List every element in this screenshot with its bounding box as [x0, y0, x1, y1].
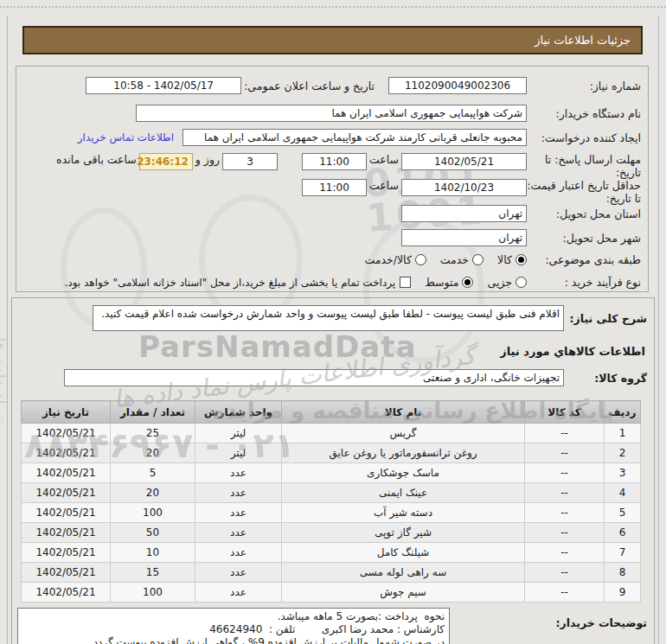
- table-cell: --: [525, 503, 605, 523]
- col-row-number: ردیف: [605, 401, 641, 424]
- table-cell: سیم جوش: [282, 583, 525, 603]
- validity-hour-label: ساعت: [369, 179, 399, 192]
- buyer-notes-label: توضیحات خریدار:: [552, 608, 647, 629]
- radio-medium-label: متوسط: [425, 276, 458, 289]
- table-cell: 1402/05/21: [22, 563, 111, 583]
- table-cell: 1: [605, 424, 641, 443]
- col-count-unit: واحد شمارش: [195, 401, 282, 424]
- table-cell: 9: [605, 583, 641, 603]
- col-goods-code: کد کالا: [525, 401, 605, 424]
- table-cell: لیتر: [195, 443, 282, 463]
- table-cell: 2: [605, 443, 641, 463]
- deadline-hour-label: ساعت: [369, 153, 399, 166]
- deadline-time-input[interactable]: 11:00: [302, 153, 367, 170]
- goods-table-header: ردیف کد کالا نام کالا واحد شمارش تعداد /…: [22, 401, 641, 424]
- row-need-description: شرح کلی نیاز: اقلام فنی طبق لیست پیوست -…: [17, 305, 647, 331]
- row-buyer-notes: توضیحات خریدار: نحوه پرداخت :بصورت 5 ماه…: [17, 608, 647, 644]
- row-delivery-province: استان محل تحویل: تهران: [22, 205, 641, 222]
- request-creator-input[interactable]: محبوبه جانعلی قربانی کارمند شرکت هواپیما…: [183, 129, 527, 146]
- buyer-org-input[interactable]: شرکت هواپیمایی جمهوری اسلامی ایران هما: [136, 105, 527, 122]
- days-and-label: روز و: [195, 153, 220, 166]
- radio-goods[interactable]: [516, 254, 527, 265]
- table-cell: 15: [111, 563, 195, 583]
- need-number-label: شماره نیاز:: [527, 80, 641, 92]
- goods-group-label: گروه کالا:: [564, 372, 647, 385]
- table-cell: --: [525, 483, 605, 503]
- row-delivery-city: شهر محل تحویل: تهران: [22, 229, 641, 246]
- deadline-date-input[interactable]: 1402/05/21: [401, 153, 527, 170]
- table-cell: --: [525, 424, 605, 443]
- table-cell: عدد: [195, 563, 282, 583]
- table-cell: 100: [111, 503, 195, 523]
- need-description-textarea[interactable]: اقلام فنی طبق لیست پیوست - لطفا طبق لیست…: [93, 305, 564, 331]
- goods-group-input[interactable]: تجهیزات خانگی، اداری و صنعتی: [64, 369, 564, 386]
- table-cell: 10: [111, 543, 195, 563]
- notes-line: نحوه پرداخت :بصورت 5 ماهه میباشد.: [22, 610, 445, 623]
- table-cell: عینک ایمنی: [282, 483, 525, 503]
- table-cell: شیر گاز توپی: [282, 523, 525, 543]
- buyer-org-label: نام دستگاه خریدار:: [527, 107, 641, 120]
- table-cell: 1402/05/21: [22, 543, 111, 563]
- goods-info-groupbox: شرح کلی نیاز: اقلام فنی طبق لیست پیوست -…: [11, 297, 655, 644]
- watermark-vertical: نماد داده ها: [0, 337, 10, 419]
- table-cell: --: [525, 443, 605, 463]
- table-cell: 1402/05/21: [22, 463, 111, 483]
- table-cell: عدد: [195, 543, 282, 563]
- row-price-validity: حداقل تاریخ اعتبار قیمت: تا تاریخ: 1402/…: [22, 179, 641, 205]
- need-details-groupbox: شماره نیاز: 1102090049002306 تاریخ و ساع…: [16, 66, 649, 292]
- days-remaining-input[interactable]: 3: [222, 153, 278, 170]
- validity-date-input[interactable]: 1402/10/23: [401, 179, 527, 196]
- col-need-date: تاریخ نیاز: [22, 401, 111, 424]
- table-cell: عدد: [195, 483, 282, 503]
- table-cell: --: [525, 543, 605, 563]
- purchase-process-label: نوع فرآیند خرید :: [527, 276, 641, 289]
- top-dotted-divider: [0, 6, 666, 8]
- announce-label: تاریخ و ساعت اعلان عمومی:: [244, 80, 375, 92]
- table-cell: 1402/05/21: [22, 443, 111, 463]
- table-cell: 1402/05/21: [22, 483, 111, 503]
- radio-partial[interactable]: [516, 277, 527, 288]
- countdown-timer: 23:46:12: [139, 153, 193, 170]
- announce-datetime-input[interactable]: 1402/05/17 - 10:58: [86, 77, 241, 94]
- table-cell: --: [525, 463, 605, 483]
- need-description-label: شرح کلی نیاز:: [564, 305, 647, 325]
- radio-goods-label: کالا: [497, 253, 512, 266]
- table-cell: 20: [111, 443, 195, 463]
- table-cell: گریس: [282, 424, 525, 443]
- need-number-input[interactable]: 1102090049002306: [388, 77, 527, 94]
- radio-goods-service-label: کالا/خدمت: [364, 253, 411, 266]
- col-goods-name: نام کالا: [282, 401, 525, 424]
- goods-info-heading: اطلاعات کالاهاي مورد نیاز: [500, 345, 645, 358]
- table-cell: --: [525, 563, 605, 583]
- radio-medium[interactable]: [462, 277, 473, 288]
- table-row: 6--شیر گاز توپیعدد501402/05/21: [22, 523, 641, 543]
- table-row: 9--سیم جوشعدد1001402/05/21: [22, 583, 641, 603]
- validity-time-input[interactable]: 11:00: [302, 179, 367, 196]
- table-cell: --: [525, 523, 605, 543]
- table-row: 5--دسته شیر آبعدد1001402/05/21: [22, 503, 641, 523]
- table-row: 1--گریسلیتر251402/05/21: [22, 424, 641, 443]
- table-cell: 1402/05/21: [22, 424, 111, 443]
- row-buyer-org: نام دستگاه خریدار: شرکت هواپیمایی جمهوری…: [22, 105, 641, 122]
- delivery-province-label: استان محل تحویل:: [527, 207, 641, 220]
- price-validity-label: حداقل تاریخ اعتبار قیمت: تا تاریخ:: [527, 179, 641, 205]
- buyer-notes-textarea[interactable]: نحوه پرداخت :بصورت 5 ماهه میباشد. کارشنا…: [17, 608, 450, 644]
- delivery-city-input[interactable]: تهران: [401, 229, 527, 246]
- treasury-checkbox[interactable]: [400, 277, 411, 288]
- frame-left-border: [7, 16, 8, 644]
- table-cell: --: [525, 583, 605, 603]
- table-row: 4--عینک ایمنیعدد201402/05/21: [22, 483, 641, 503]
- radio-goods-service[interactable]: [415, 254, 426, 265]
- table-cell: 1402/05/21: [22, 523, 111, 543]
- table-cell: 20: [111, 483, 195, 503]
- delivery-province-input[interactable]: تهران: [401, 205, 527, 222]
- frame-right-border: [658, 16, 659, 644]
- radio-service[interactable]: [472, 254, 483, 265]
- table-cell: لیتر: [195, 424, 282, 443]
- row-subject-classification: طبقه بندی موضوعی: کالا خدمت کالا/خدمت: [22, 253, 641, 266]
- table-cell: 5: [111, 463, 195, 483]
- table-row: 3--ماسک جوشکاریعدد51402/05/21: [22, 463, 641, 483]
- table-cell: 7: [605, 543, 641, 563]
- buyer-contact-link[interactable]: اطلاعات تماس خریدار: [78, 131, 174, 143]
- table-cell: ماسک جوشکاری: [282, 463, 525, 483]
